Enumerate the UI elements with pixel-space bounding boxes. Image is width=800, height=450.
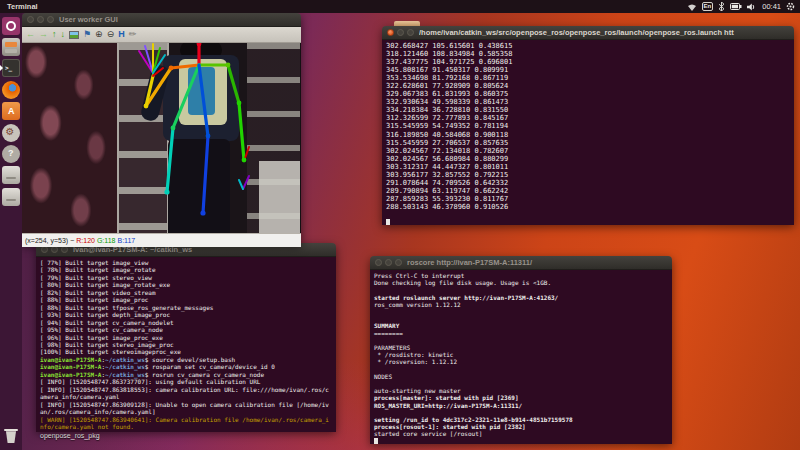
pose-data-row: 318.121460 108.834984 0.585358 — [386, 50, 794, 58]
terminal-line: [100%] Built target stereoimageproc_exe — [40, 348, 336, 355]
maximize-button[interactable] — [61, 246, 68, 253]
launcher-software-icon[interactable] — [2, 102, 20, 120]
image-icon[interactable] — [69, 31, 79, 39]
terminal-line — [374, 308, 672, 315]
close-button[interactable] — [27, 16, 34, 23]
clock[interactable]: 00:41 — [762, 2, 781, 11]
pixel-status-bar: (x=254, y=53) ~ R:120 G:118 B:117 — [22, 233, 301, 247]
zoom-out-icon[interactable]: ⊖ — [107, 30, 115, 39]
terminal-line: ROS_MASTER_URI=http://ivan-P17SM-A:11311… — [374, 402, 672, 409]
launcher-firefox-icon[interactable] — [2, 81, 20, 99]
pose-data-row: 334.218384 36.728810 0.831550 — [386, 106, 794, 114]
blank-line — [386, 211, 794, 219]
launcher-files-icon[interactable] — [2, 38, 20, 56]
forward-arrow-icon[interactable]: → — [39, 30, 48, 39]
image-view-toolbar: ← → ↑ ↓ ⚑ ⊕ ⊖ H ✏ — [22, 27, 301, 43]
desktop-icon-openpose-ros-pkg[interactable]: openpose_ros_pkg — [40, 432, 100, 439]
terminal-line: ros_comm version 1.12.12 — [374, 301, 672, 308]
terminal-line — [374, 315, 672, 322]
camera-image-view[interactable] — [22, 43, 301, 233]
terminal-line: [ 78%] Built target image_rotate — [40, 266, 336, 273]
terminal-line: * /rosdistro: kinetic — [374, 351, 672, 358]
close-button[interactable] — [375, 259, 382, 266]
launcher-bottom-items — [0, 426, 22, 450]
back-arrow-icon[interactable]: ← — [26, 30, 35, 39]
wifi-icon[interactable] — [687, 3, 697, 11]
terminal-line — [374, 380, 672, 387]
focused-app-name: Terminal — [7, 2, 38, 11]
pose-data-row: 315.545959 54.749352 0.781194 — [386, 122, 794, 130]
image-view-window: User worker GUI ← → ↑ ↓ ⚑ ⊕ ⊖ H ✏ — [22, 13, 301, 244]
terminal-line: [ 82%] Built target video_stream — [40, 289, 336, 296]
cursor-coordinates: (x=254, y=53) ~ — [25, 237, 74, 244]
terminal-line: nfo/camera.yaml not found. — [40, 423, 336, 430]
launcher-settings-icon[interactable] — [2, 124, 20, 142]
terminal-line: [ INFO] [1520548747.863737707]: using de… — [40, 378, 336, 385]
flag-icon[interactable]: ⚑ — [83, 30, 91, 39]
launcher-trash-icon[interactable] — [2, 427, 20, 445]
launcher-ubuntu-icon[interactable] — [2, 17, 20, 35]
terminal-line — [374, 366, 672, 373]
battery-icon[interactable] — [730, 3, 742, 10]
maximize-button[interactable] — [407, 29, 414, 36]
terminal-line: [ 94%] Built target cv_camera_nodelet — [40, 319, 336, 326]
pose-data-row: 302.024567 72.134018 0.782607 — [386, 147, 794, 155]
pose-data-row: 287.859283 55.393230 0.811767 — [386, 195, 794, 203]
terminal-line: [ 80%] Built target image_rotate_exe — [40, 281, 336, 288]
volume-icon[interactable] — [747, 3, 757, 11]
image-view-titlebar[interactable]: User worker GUI — [22, 13, 301, 27]
terminal-line: process[master]: started with pid [2369] — [374, 394, 672, 401]
build-terminal-body[interactable]: [ 77%] Built target image_view[ 78%] Bui… — [36, 257, 336, 432]
pose-data-row: 302.668427 105.615601 0.438615 — [386, 42, 794, 50]
minimize-button[interactable] — [385, 259, 392, 266]
terminal-line: an/.ros/camera_info/camera.yaml] — [40, 408, 336, 415]
minimize-button[interactable] — [51, 246, 58, 253]
pixel-blue-value: B:117 — [117, 237, 135, 244]
pixel-red-value: R:120 — [76, 237, 95, 244]
minimize-button[interactable] — [397, 29, 404, 36]
window-title: /home/ivan/catkin_ws/src/openpose_ros/op… — [419, 28, 794, 37]
build-terminal-lines: [ 77%] Built target image_view[ 78%] Bui… — [40, 259, 336, 430]
terminal-line: process[rosout-1]: started with pid [238… — [374, 423, 672, 430]
pose-data-row: 315.545959 27.706537 0.857635 — [386, 139, 794, 147]
pose-terminal-titlebar[interactable]: /home/ivan/catkin_ws/src/openpose_ros/op… — [382, 26, 794, 40]
launcher-disk1-icon[interactable] — [2, 166, 20, 184]
roscore-terminal-body[interactable]: Press Ctrl-C to interruptDone checking l… — [370, 270, 672, 444]
terminal-line: SUMMARY — [374, 322, 672, 329]
zoom-in-icon[interactable]: ⊕ — [95, 30, 103, 39]
system-tray: En 00:41 — [687, 2, 795, 11]
maximize-button[interactable] — [395, 259, 402, 266]
pose-data-row: 289.790894 63.119747 0.662242 — [386, 187, 794, 195]
maximize-button[interactable] — [47, 16, 54, 23]
fit-h-icon[interactable]: H — [118, 30, 125, 39]
close-button[interactable] — [387, 29, 394, 36]
terminal-line: [ 88%] Built target tfpose_ros_generate_… — [40, 304, 336, 311]
terminal-cursor — [386, 219, 390, 225]
pose-data-row: 312.326599 72.777893 0.845167 — [386, 114, 794, 122]
bluetooth-icon[interactable] — [718, 2, 725, 11]
session-gear-icon[interactable] — [786, 2, 795, 11]
pose-data-row: 322.628601 77.928909 0.805624 — [386, 82, 794, 90]
pose-data-row: 316.189850 40.584068 0.900118 — [386, 131, 794, 139]
launcher-terminal-icon[interactable] — [2, 59, 20, 77]
terminal-line: auto-starting new master — [374, 387, 672, 394]
roscore-terminal-lines: Press Ctrl-C to interruptDone checking l… — [374, 272, 672, 438]
keyboard-layout-indicator[interactable]: En — [702, 2, 714, 11]
close-button[interactable] — [41, 246, 48, 253]
launcher-help-icon[interactable] — [2, 145, 20, 163]
up-arrow-icon[interactable]: ↑ — [52, 30, 57, 39]
pose-data-row: 288.503143 46.378960 0.910526 — [386, 203, 794, 211]
terminal-line: ivan@ivan-P17SM-A:~/catkin_ws$ source de… — [40, 356, 336, 363]
launcher-disk2-icon[interactable] — [2, 188, 20, 206]
roscore-terminal-titlebar[interactable]: roscore http://ivan-P17SM-A:11311/ — [370, 256, 672, 270]
minimize-button[interactable] — [37, 16, 44, 23]
launcher — [0, 13, 22, 450]
terminal-line: started roslaunch server http://ivan-P17… — [374, 294, 672, 301]
terminal-line: [ INFO] [1520548747.863909128]: Unable t… — [40, 401, 336, 408]
desktop[interactable]: Terminal En 00:41 ros-openpose openpose_… — [0, 0, 800, 450]
brush-icon[interactable]: ✏ — [129, 30, 137, 39]
down-arrow-icon[interactable]: ↓ — [61, 30, 66, 39]
terminal-line: ======== — [374, 330, 672, 337]
pose-terminal-body[interactable]: 302.668427 105.615601 0.438615318.121460… — [382, 40, 794, 225]
pose-data-row: 345.808167 91.450317 0.809991 — [386, 66, 794, 74]
